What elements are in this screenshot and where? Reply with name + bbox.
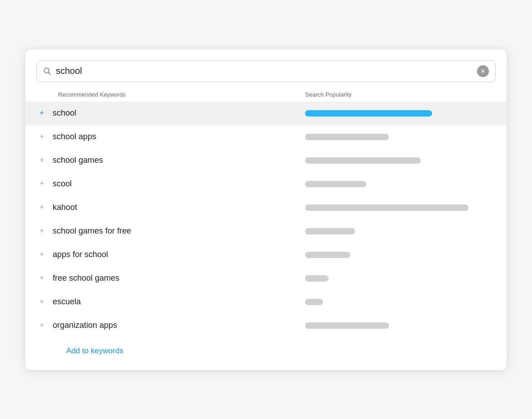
popularity-bar — [305, 228, 355, 234]
popularity-bar-container — [305, 134, 496, 140]
add-icon: + — [36, 320, 47, 331]
keyword-row[interactable]: +kahoot — [25, 196, 507, 219]
column-header-popularity: Search Popularity — [305, 91, 496, 98]
popularity-bar-container — [305, 322, 496, 329]
keyword-label: kahoot — [53, 203, 305, 212]
popularity-bar — [305, 299, 323, 305]
popularity-bar-container — [305, 181, 496, 187]
keyword-label: school games for free — [53, 226, 305, 236]
keyword-row[interactable]: +school — [25, 102, 507, 125]
search-icon — [43, 67, 51, 75]
popularity-bar — [305, 322, 389, 329]
popularity-bar-container — [305, 110, 496, 117]
popularity-bar — [305, 205, 468, 211]
popularity-bar — [305, 134, 389, 140]
search-bar-wrapper: ✕ — [25, 60, 507, 91]
keyword-label: school games — [53, 156, 305, 165]
keyword-row[interactable]: +escuela — [25, 290, 507, 314]
popularity-bar — [305, 110, 432, 117]
popularity-bar — [305, 157, 421, 164]
keyword-row[interactable]: +apps for school — [25, 243, 507, 267]
keyword-label: escuela — [53, 297, 305, 307]
keyword-row[interactable]: +school apps — [25, 125, 507, 149]
popularity-bar — [305, 252, 350, 258]
add-icon: + — [36, 202, 47, 213]
search-input[interactable] — [56, 66, 477, 76]
keyword-row[interactable]: +school games — [25, 149, 507, 172]
popularity-bar-container — [305, 205, 496, 211]
popularity-bar-container — [305, 275, 496, 282]
table-header: Recommended Keywords Search Popularity — [25, 91, 507, 102]
keyword-label: apps for school — [53, 250, 305, 259]
svg-line-1 — [49, 72, 51, 74]
popularity-bar — [305, 275, 329, 282]
add-icon: + — [36, 132, 47, 142]
add-icon: + — [36, 155, 47, 166]
keyword-label: school — [53, 108, 305, 118]
keyword-label: school apps — [53, 132, 305, 141]
popularity-bar-container — [305, 228, 496, 234]
keyword-row[interactable]: +school games for free — [25, 219, 507, 243]
add-icon: + — [36, 108, 47, 119]
search-bar: ✕ — [36, 60, 496, 82]
add-icon: + — [36, 297, 47, 307]
add-icon: + — [36, 226, 47, 237]
add-icon: + — [36, 179, 47, 190]
popularity-bar-container — [305, 299, 496, 305]
keyword-row[interactable]: +free school games — [25, 267, 507, 290]
keyword-row[interactable]: +scool — [25, 172, 507, 196]
keywords-list: +school+school apps+school games+scool+k… — [25, 102, 507, 337]
add-icon: + — [36, 273, 47, 284]
popularity-bar-container — [305, 252, 496, 258]
keyword-panel: ✕ Recommended Keywords Search Popularity… — [25, 49, 507, 370]
keyword-label: scool — [53, 179, 305, 189]
popularity-bar — [305, 181, 366, 187]
add-to-keywords-button[interactable]: Add to keywords — [25, 337, 507, 356]
add-icon: + — [36, 249, 47, 260]
column-header-keyword: Recommended Keywords — [36, 91, 305, 98]
keyword-row[interactable]: +organization apps — [25, 314, 507, 337]
keyword-label: free school games — [53, 273, 305, 283]
clear-button[interactable]: ✕ — [477, 65, 489, 77]
popularity-bar-container — [305, 157, 496, 164]
keyword-label: organization apps — [53, 321, 305, 330]
